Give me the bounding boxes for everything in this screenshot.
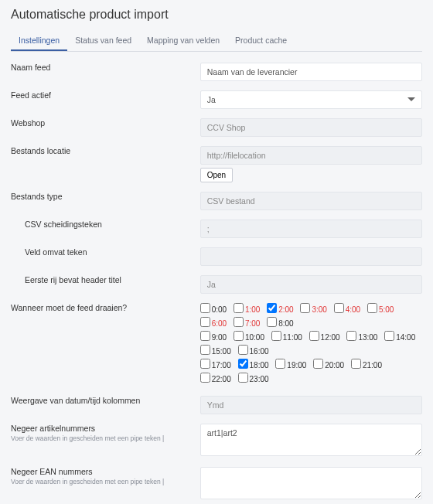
schedule-checkbox-2100[interactable] [351,359,361,369]
schedule-checkbox-200[interactable] [267,303,277,313]
schedule-checkbox-1100[interactable] [271,331,281,341]
schedule-hour-1500[interactable]: 15:00 [200,345,231,359]
schedule-checkbox-2300[interactable] [238,373,248,383]
schedule-hour-1600[interactable]: 16:00 [238,345,269,359]
eerste-rij-select[interactable]: Ja [200,275,422,294]
label-bestands-locatie: Bestands locatie [11,146,200,155]
label-wanneer: Wanneer moet de feed draaien? [11,303,200,312]
label-csv-scheiding: CSV scheidingsteken [11,220,200,229]
schedule-hour-300[interactable]: 3:00 [300,303,326,317]
schedule-checkbox-2000[interactable] [313,359,323,369]
tab-2[interactable]: Mapping van velden [139,31,227,51]
schedule-checkbox-900[interactable] [200,331,210,341]
schedule-checkbox-1900[interactable] [275,359,285,369]
feed-actief-select[interactable]: Ja [200,90,422,109]
schedule-hour-1000[interactable]: 10:00 [234,331,264,345]
schedule-hour-2100[interactable]: 21:00 [351,359,382,373]
datum-weer-select[interactable]: Ymd [200,396,422,414]
label-naam-feed: Naam feed [11,63,200,72]
label-webshop: Webshop [11,118,200,128]
schedule-hour-800[interactable]: 8:00 [267,317,293,331]
naam-feed-input[interactable] [200,63,422,81]
schedule-hour-100[interactable]: 1:00 [234,303,260,317]
label-eerste-rij: Eerste rij bevat header titel [11,275,200,284]
schedule-hour-1100[interactable]: 11:00 [271,331,302,345]
schedule-hour-2300[interactable]: 23:00 [238,373,269,387]
label-negeer-ean-text: Negeer EAN nummers [11,467,93,476]
schedule-hour-900[interactable]: 9:00 [200,331,227,345]
label-bestands-type: Bestands type [11,192,200,201]
schedule-hour-1300[interactable]: 13:00 [346,331,377,345]
label-feed-actief: Feed actief [11,90,200,100]
tab-1[interactable]: Status van feed [67,31,139,51]
webshop-select[interactable]: CCV Shop [200,118,422,137]
schedule-checkbox-500[interactable] [367,303,377,313]
label-negeer-ean: Negeer EAN nummers Voer de waarden in ge… [11,467,200,485]
schedule-checkbox-1300[interactable] [346,331,356,341]
schedule-checkbox-100[interactable] [234,303,244,313]
schedule-hour-1400[interactable]: 14:00 [384,331,415,345]
schedule-checkbox-1400[interactable] [384,331,394,341]
schedule-group: 0:00 1:00 2:00 3:00 4:00 5:00 6:00 7:00 … [200,303,422,387]
schedule-hour-1700[interactable]: 17:00 [200,359,231,373]
schedule-checkbox-600[interactable] [200,317,210,327]
open-button[interactable]: Open [200,168,233,182]
schedule-hour-700[interactable]: 7:00 [234,317,260,331]
schedule-hour-500[interactable]: 5:00 [367,303,394,317]
schedule-checkbox-300[interactable] [300,303,310,313]
schedule-hour-600[interactable]: 6:00 [200,317,227,331]
label-negeer-artikel: Negeer artikelnummers Voer de waarden in… [11,424,200,442]
page-title: Automatische product import [11,8,422,22]
schedule-hour-1900[interactable]: 19:00 [275,359,306,373]
schedule-hour-1800[interactable]: 18:00 [238,359,269,373]
schedule-checkbox-1500[interactable] [200,345,210,355]
schedule-checkbox-400[interactable] [334,303,344,313]
schedule-checkbox-700[interactable] [234,317,244,327]
bestands-locatie-input[interactable] [200,146,422,165]
schedule-checkbox-1700[interactable] [200,359,210,369]
schedule-checkbox-1800[interactable] [238,359,248,369]
tabs-bar: InstellingenStatus van feedMapping van v… [11,31,422,52]
schedule-hour-2000[interactable]: 20:00 [313,359,344,373]
label-negeer-artikel-text: Negeer artikelnummers [11,424,95,433]
schedule-checkbox-800[interactable] [267,317,277,327]
label-datum-weer: Weergave van datum/tijd kolommen [11,396,200,405]
tab-0[interactable]: Instellingen [11,31,67,51]
schedule-checkbox-1000[interactable] [234,331,244,341]
sublabel-pipe-hint-2: Voer de waarden in gescheiden met een pi… [11,478,193,485]
schedule-hour-200[interactable]: 2:00 [267,303,293,317]
schedule-hour-2200[interactable]: 22:00 [200,373,231,387]
schedule-hour-000[interactable]: 0:00 [200,303,227,317]
tab-3[interactable]: Product cache [227,31,295,51]
schedule-checkbox-1200[interactable] [309,331,319,341]
schedule-checkbox-000[interactable] [200,303,210,313]
negeer-artikel-textarea[interactable] [200,424,422,456]
schedule-hour-1200[interactable]: 12:00 [309,331,340,345]
veld-omvat-input[interactable] [200,247,422,266]
schedule-checkbox-2200[interactable] [200,373,210,383]
label-veld-omvat: Veld omvat teken [11,247,200,257]
schedule-hour-400[interactable]: 4:00 [334,303,360,317]
schedule-checkbox-1600[interactable] [238,345,248,355]
sublabel-pipe-hint-1: Voer de waarden in gescheiden met een pi… [11,434,193,442]
csv-scheiding-input[interactable] [200,220,422,238]
bestands-type-select[interactable]: CSV bestand [200,192,422,210]
negeer-ean-textarea[interactable] [200,467,422,499]
